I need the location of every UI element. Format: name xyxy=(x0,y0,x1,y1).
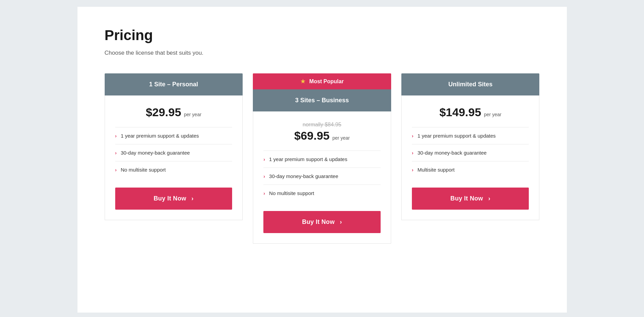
button-arrow: › xyxy=(191,195,193,202)
button-arrow: › xyxy=(488,195,490,202)
plan-header-personal: 1 Site – Personal xyxy=(105,73,243,95)
chevron-icon: › xyxy=(115,167,117,173)
price-main-unlimited: $149.95 per year xyxy=(412,106,529,119)
feature-item: › Multisite support xyxy=(412,161,529,178)
feature-text: No multisite support xyxy=(121,167,166,173)
price-period: per year xyxy=(332,135,350,141)
feature-text: 1 year premium support & updates xyxy=(269,156,347,162)
feature-item: › 1 year premium support & updates xyxy=(263,151,381,168)
features-list-business: › 1 year premium support & updates › 30-… xyxy=(263,151,381,201)
feature-text: 30-day money-back guarantee xyxy=(269,173,338,179)
plan-body-personal: $29.95 per year › 1 year premium support… xyxy=(105,95,243,220)
chevron-icon: › xyxy=(412,167,414,173)
plan-header-business: 3 Sites – Business xyxy=(253,89,391,111)
feature-item: › 30-day money-back guarantee xyxy=(263,168,381,184)
chevron-icon: › xyxy=(412,150,414,156)
chevron-icon: › xyxy=(115,133,117,139)
price-section-business: normally $84.95 $69.95 per year xyxy=(263,122,381,142)
chevron-icon: › xyxy=(263,174,265,179)
price-amount: $29.95 xyxy=(146,106,181,119)
buy-button-business[interactable]: Buy It Now › xyxy=(263,211,381,233)
pricing-page: Pricing Choose the license that best sui… xyxy=(77,7,567,313)
feature-text: No multisite support xyxy=(269,190,314,196)
feature-item: › 30-day money-back guarantee xyxy=(115,144,232,161)
features-list-unlimited: › 1 year premium support & updates › 30-… xyxy=(412,127,529,178)
price-amount: $69.95 xyxy=(294,129,330,142)
pricing-grid: 1 Site – Personal $29.95 per year › 1 ye… xyxy=(105,73,540,244)
chevron-icon: › xyxy=(115,150,117,156)
plan-card-unlimited: Unlimited Sites $149.95 per year › 1 yea… xyxy=(401,73,540,220)
feature-item: › 1 year premium support & updates xyxy=(412,127,529,144)
features-list-personal: › 1 year premium support & updates › 30-… xyxy=(115,127,232,178)
chevron-icon: › xyxy=(412,133,414,139)
price-amount: $149.95 xyxy=(439,106,481,119)
page-title: Pricing xyxy=(105,27,540,43)
chevron-icon: › xyxy=(263,157,265,162)
page-subtitle: Choose the license that best suits you. xyxy=(105,50,540,56)
feature-text: 30-day money-back guarantee xyxy=(121,150,190,156)
feature-text: Multisite support xyxy=(418,167,455,173)
plan-header-unlimited: Unlimited Sites xyxy=(401,73,540,95)
button-arrow: › xyxy=(340,218,342,225)
price-section-unlimited: $149.95 per year xyxy=(412,106,529,119)
plan-card-personal: 1 Site – Personal $29.95 per year › 1 ye… xyxy=(105,73,243,220)
feature-text: 1 year premium support & updates xyxy=(418,133,496,139)
plan-body-business: normally $84.95 $69.95 per year › 1 year… xyxy=(253,111,391,244)
price-period: per year xyxy=(484,112,501,117)
feature-text: 30-day money-back guarantee xyxy=(418,150,487,156)
chevron-icon: › xyxy=(263,191,265,196)
plan-card-business: ★ Most Popular 3 Sites – Businessnormall… xyxy=(253,73,391,244)
price-main-business: $69.95 per year xyxy=(263,129,381,142)
feature-item: › 1 year premium support & updates xyxy=(115,127,232,144)
most-popular-label: Most Popular xyxy=(309,78,344,84)
price-section-personal: $29.95 per year xyxy=(115,106,232,119)
most-popular-banner: ★ Most Popular xyxy=(253,73,391,89)
plan-body-unlimited: $149.95 per year › 1 year premium suppor… xyxy=(401,95,540,220)
star-icon: ★ xyxy=(300,78,305,84)
buy-button-personal[interactable]: Buy It Now › xyxy=(115,188,232,210)
price-period: per year xyxy=(184,112,201,117)
buy-button-unlimited[interactable]: Buy It Now › xyxy=(412,188,529,210)
feature-text: 1 year premium support & updates xyxy=(121,133,199,139)
feature-item: › No multisite support xyxy=(115,161,232,178)
price-main-personal: $29.95 per year xyxy=(115,106,232,119)
price-original: normally $84.95 xyxy=(263,122,381,128)
feature-item: › 30-day money-back guarantee xyxy=(412,144,529,161)
feature-item: › No multisite support xyxy=(263,184,381,201)
